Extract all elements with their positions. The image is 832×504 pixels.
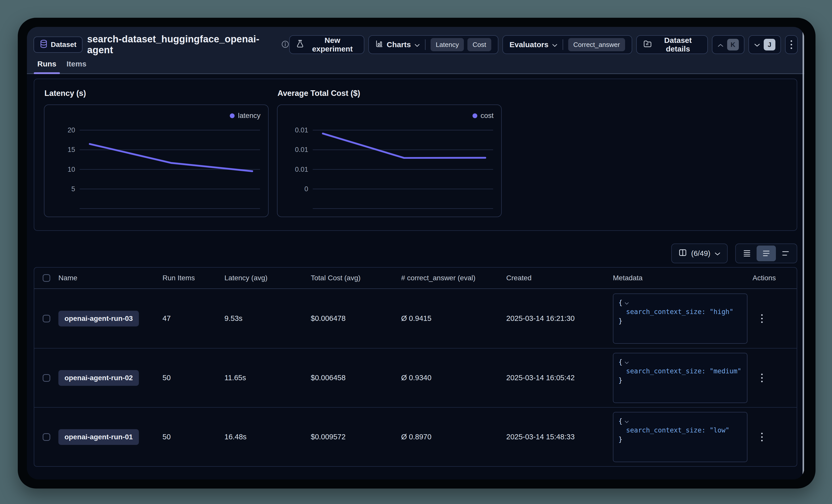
latency-legend: latency: [230, 112, 260, 120]
latency-chart: 2015105 latency: [44, 105, 269, 217]
tab-runs[interactable]: Runs: [34, 60, 60, 73]
bar-chart-icon: [375, 40, 383, 50]
column-visibility-button[interactable]: (6/49): [671, 244, 728, 263]
column-header-total-cost[interactable]: Total Cost (avg): [311, 274, 401, 282]
dataset-details-button[interactable]: Dataset details: [636, 35, 708, 54]
latency-line-chart: 2015105: [45, 105, 268, 217]
metadata-close-brace: }: [619, 376, 742, 385]
column-header-run-items[interactable]: Run Items: [162, 274, 225, 282]
correct-answer-value: Ø 0.9415: [401, 314, 506, 323]
metadata-open-brace: {: [619, 357, 623, 366]
more-actions-button[interactable]: [785, 35, 798, 54]
cost-line-chart: 0.010.010.010: [278, 105, 501, 217]
column-header-metadata[interactable]: Metadata: [613, 274, 753, 282]
metadata-box[interactable]: { search_context_size: "low" }: [613, 412, 748, 462]
table-row[interactable]: openai-agent-run-02 50 11.65s $0.006458 …: [34, 348, 797, 407]
row-checkbox[interactable]: [43, 315, 50, 323]
collapse-chevron-icon[interactable]: [625, 357, 629, 366]
column-count-label: (6/49): [691, 249, 710, 258]
row-height-toggle: [735, 244, 797, 263]
scrollbar[interactable]: [803, 28, 804, 478]
table-body: openai-agent-run-03 47 9.53s $0.006478 Ø…: [34, 289, 797, 466]
new-experiment-button[interactable]: New experiment: [289, 35, 364, 54]
row-actions-kebab[interactable]: [759, 430, 765, 444]
svg-text:0: 0: [305, 185, 308, 193]
chart-tag-latency[interactable]: Latency: [431, 38, 464, 51]
tab-bar: Runs Items: [27, 56, 804, 74]
kbd-shortcut-j: J: [764, 39, 775, 51]
tab-runs-label: Runs: [37, 60, 56, 68]
metadata-close-brace: }: [619, 435, 742, 444]
metadata-open-brace: {: [619, 298, 623, 307]
row-checkbox[interactable]: [43, 433, 50, 441]
table-row[interactable]: openai-agent-run-03 47 9.53s $0.006478 Ø…: [34, 289, 797, 348]
new-experiment-label: New experiment: [308, 36, 357, 53]
next-run-button[interactable]: J: [749, 35, 781, 54]
svg-text:5: 5: [71, 185, 75, 193]
prev-run-button[interactable]: K: [712, 35, 745, 54]
total-cost-value: $0.006478: [311, 314, 401, 323]
row-height-medium-button[interactable]: [757, 246, 776, 261]
evaluators-dropdown[interactable]: Evaluators Correct_answer: [502, 35, 632, 54]
svg-text:0.01: 0.01: [295, 126, 308, 134]
charts-dropdown[interactable]: Charts Latency Cost: [368, 35, 498, 54]
legend-dot-icon: [472, 113, 477, 118]
run-items-value: 47: [162, 314, 225, 323]
correct-answer-value: Ø 0.8970: [401, 433, 506, 441]
table-row[interactable]: openai-agent-run-01 50 16.48s $0.009572 …: [34, 407, 797, 466]
select-all-checkbox[interactable]: [43, 274, 50, 282]
legend-label: latency: [238, 112, 260, 120]
column-header-name[interactable]: Name: [58, 274, 162, 282]
tab-items-label: Items: [67, 60, 86, 68]
chevron-down-icon: [414, 40, 420, 49]
svg-text:15: 15: [68, 146, 75, 153]
active-tab-indicator: [34, 72, 60, 74]
toolbar-left: Dataset search-dataset_huggingface_opena…: [33, 34, 289, 56]
metadata-box[interactable]: { search_context_size: "medium" }: [613, 353, 748, 403]
run-name-badge[interactable]: openai-agent-run-03: [58, 311, 139, 327]
row-height-compact-button[interactable]: [737, 246, 757, 261]
svg-text:0.01: 0.01: [295, 146, 308, 153]
tab-items[interactable]: Items: [63, 60, 90, 73]
chevron-up-icon: [718, 40, 724, 49]
cost-chart: 0.010.010.010 cost: [277, 105, 502, 217]
metadata-open-brace: {: [619, 417, 623, 426]
created-value: 2025-03-14 16:21:30: [506, 314, 613, 323]
metadata-box[interactable]: { search_context_size: "high" }: [613, 293, 748, 344]
runs-table: Name Run Items Latency (avg) Total Cost …: [34, 267, 797, 467]
column-header-created[interactable]: Created: [506, 274, 613, 282]
row-checkbox[interactable]: [43, 374, 50, 382]
total-cost-value: $0.009572: [311, 433, 401, 441]
columns-icon: [678, 248, 687, 259]
header: Dataset search-dataset_huggingface_opena…: [27, 27, 804, 74]
metadata-content: search_context_size: "low": [619, 426, 742, 435]
chart-tag-cost[interactable]: Cost: [467, 38, 491, 51]
row-height-tall-button[interactable]: [776, 246, 795, 261]
charts-panel: Latency (s) 2015105 latency Average Tota…: [34, 79, 797, 231]
metadata-content: search_context_size: "medium": [619, 366, 742, 376]
column-header-actions: Actions: [753, 274, 797, 282]
kebab-icon: [790, 40, 792, 49]
latency-value: 16.48s: [225, 433, 311, 441]
folder-icon: [643, 40, 652, 50]
evaluator-tag-correct-answer[interactable]: Correct_answer: [568, 38, 625, 51]
legend-dot-icon: [230, 113, 235, 118]
chevron-down-icon: [714, 249, 721, 258]
cost-legend: cost: [472, 112, 494, 120]
collapse-chevron-icon[interactable]: [625, 298, 629, 307]
info-icon[interactable]: [281, 40, 289, 49]
app-window: Dataset search-dataset_huggingface_opena…: [18, 18, 815, 488]
run-name-badge[interactable]: openai-agent-run-01: [58, 429, 139, 445]
run-name-badge[interactable]: openai-agent-run-02: [58, 370, 139, 386]
collapse-chevron-icon[interactable]: [625, 417, 629, 426]
latency-chart-section: Latency (s) 2015105 latency: [44, 88, 269, 221]
row-actions-kebab[interactable]: [759, 312, 765, 326]
row-actions-kebab[interactable]: [759, 371, 765, 385]
latency-value: 9.53s: [225, 314, 311, 323]
app-window-content: Dataset search-dataset_huggingface_opena…: [27, 27, 804, 479]
column-header-latency[interactable]: Latency (avg): [225, 274, 311, 282]
created-value: 2025-03-14 15:48:33: [506, 433, 613, 441]
column-header-correct-answer[interactable]: # correct_answer (eval): [401, 274, 506, 282]
run-items-value: 50: [162, 433, 225, 441]
cost-chart-title: Average Total Cost ($): [278, 89, 502, 98]
